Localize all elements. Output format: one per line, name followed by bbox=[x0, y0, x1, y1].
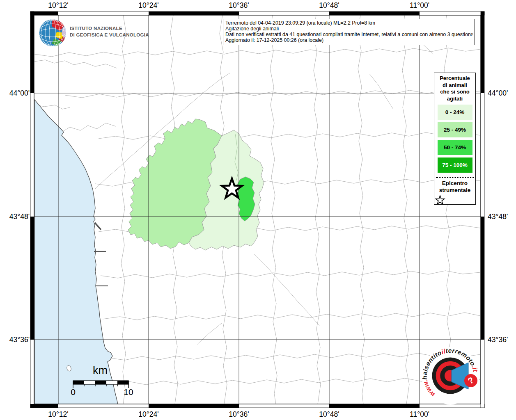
axis-top-11-00: 11°00' bbox=[401, 1, 438, 10]
axis-top-10-24: 10°24' bbox=[130, 1, 167, 10]
axis-bottom-10-12: 10°12' bbox=[40, 410, 77, 419]
axis-top-10-48: 10°48' bbox=[311, 1, 348, 10]
info-line-event: Terremoto del 04-04-2019 23:09:29 (ora l… bbox=[225, 21, 472, 26]
seismic-map-page: ? www.haisentitoilterremoto.it ISTITUTO … bbox=[0, 0, 516, 420]
axis-left-43-36: 43°36' bbox=[0, 336, 30, 344]
axis-bottom-10-48: 10°48' bbox=[311, 410, 348, 419]
scale-end-label: 10 bbox=[116, 387, 141, 397]
legend-divider bbox=[436, 177, 474, 178]
scale-unit-label: km bbox=[93, 364, 108, 377]
ingv-logo-text-line1: ISTITUTO NAZIONALE bbox=[70, 26, 122, 31]
axis-bottom-10-36: 10°36' bbox=[220, 410, 257, 419]
axis-bottom-11-00: 11°00' bbox=[401, 410, 438, 419]
legend-swatch-75-100: 75 - 100% bbox=[438, 158, 472, 173]
scale-start-label: 0 bbox=[61, 387, 85, 397]
axis-right-43-48: 43°48' bbox=[488, 212, 508, 221]
axis-left-43-48: 43°48' bbox=[0, 212, 30, 221]
map-canvas: ? www.haisentitoilterremoto.it bbox=[0, 0, 516, 420]
axis-bottom-10-24: 10°24' bbox=[130, 410, 167, 419]
axis-top-10-12: 10°12' bbox=[40, 1, 77, 10]
legend-swatch-0-24: 0 - 24% bbox=[438, 105, 472, 120]
legend-epicenter-title: Epicentro strumentale bbox=[434, 180, 475, 194]
info-line-source: Dati non verificati estratti da 41 quest… bbox=[225, 32, 472, 38]
axis-left-44-00: 44°00' bbox=[0, 89, 30, 98]
legend-title: Percentuale di animali che si sono agita… bbox=[434, 73, 475, 102]
ingv-logo-text-line2: DI GEOFISICA E VULCANOLOGIA bbox=[70, 32, 149, 37]
haisentito-logo: ? www.haisentitoilterremoto.it bbox=[421, 347, 479, 404]
earthquake-info-box: Terremoto del 04-04-2019 23:09:29 (ora l… bbox=[223, 19, 475, 45]
legend-swatch-25-49: 25 - 49% bbox=[438, 122, 472, 137]
axis-top-10-36: 10°36' bbox=[220, 1, 257, 10]
info-line-topic: Agitazione degli animali bbox=[225, 26, 472, 32]
legend: Percentuale di animali che si sono agita… bbox=[434, 73, 476, 205]
info-line-updated: Aggiornato il: 17-12-2025 00:26 (ora loc… bbox=[225, 38, 472, 43]
legend-swatch-50-74: 50 - 74% bbox=[438, 140, 472, 155]
legend-star-icon bbox=[434, 195, 475, 205]
axis-right-44-00: 44°00' bbox=[488, 89, 508, 98]
axis-right-43-36: 43°36' bbox=[488, 336, 508, 344]
